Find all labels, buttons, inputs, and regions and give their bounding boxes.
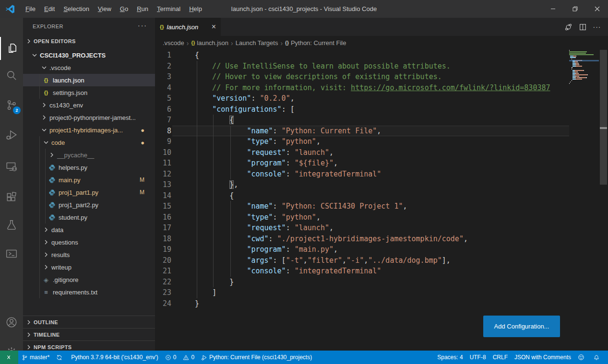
line-number-4[interactable]: 4 (155, 82, 171, 94)
menu-edit[interactable]: Edit (40, 0, 59, 18)
line-number-15[interactable]: 15 (155, 201, 171, 212)
tree-item-proj1-part1-py[interactable]: proj1_part1.pyM (23, 186, 155, 199)
sidebar-more-actions-icon[interactable]: ··· (138, 22, 147, 29)
code-line-24[interactable]: } (195, 298, 199, 309)
line-number-18[interactable]: 18 (155, 234, 171, 245)
status-branch[interactable]: master* (18, 351, 53, 364)
line-number-12[interactable]: 12 (155, 169, 171, 180)
section-npm-scripts[interactable]: NPM SCRIPTS (23, 341, 155, 351)
line-number-14[interactable]: 14 (155, 190, 171, 201)
tab-launch-json[interactable]: {} launch.json × (155, 18, 221, 36)
tree-item-proj1-part2-py[interactable]: proj1_part2.py (23, 199, 155, 211)
status-debug-config[interactable]: Python: Current File (csci1430_projects) (198, 351, 315, 364)
line-number-17[interactable]: 17 (155, 223, 171, 234)
status-sync[interactable] (53, 351, 68, 364)
menu-selection[interactable]: Selection (59, 0, 93, 18)
code-line-20[interactable]: "args": ["-t","filter","-i","../data/dog… (195, 255, 451, 266)
menu-run[interactable]: Run (132, 0, 153, 18)
restore-icon[interactable] (564, 0, 586, 18)
tree-item-student-py[interactable]: student.py (23, 211, 155, 223)
line-number-5[interactable]: 5 (155, 93, 171, 104)
code-line-7[interactable]: { (195, 115, 234, 126)
code-line-14[interactable]: { (195, 190, 234, 201)
code-line-10[interactable]: "request": "launch", (195, 147, 334, 158)
remote-indicator[interactable] (0, 351, 18, 364)
powershell-icon[interactable] (0, 242, 23, 265)
code-line-11[interactable]: "program": "${file}", (195, 158, 338, 169)
status-encoding[interactable]: UTF-8 (466, 351, 489, 364)
line-number-23[interactable]: 23 (155, 287, 171, 298)
split-editor-icon[interactable] (575, 18, 590, 36)
line-number-6[interactable]: 6 (155, 104, 171, 115)
status-notifications[interactable] (590, 351, 605, 364)
code-line-23[interactable]: ] (195, 287, 216, 298)
line-number-3[interactable]: 3 (155, 71, 171, 82)
testing-icon[interactable] (0, 213, 23, 236)
breadcrumb-vscode[interactable]: .vscode (163, 39, 184, 47)
line-number-24[interactable]: 24 (155, 298, 171, 309)
line-number-21[interactable]: 21 (155, 266, 171, 277)
tree-item-questions[interactable]: questions (23, 236, 155, 248)
tree-item-main-py[interactable]: main.pyM (23, 174, 155, 186)
tree-item-helpers-py[interactable]: helpers.py (23, 161, 155, 174)
menu-go[interactable]: Go (116, 0, 132, 18)
tree-item-results[interactable]: results (23, 248, 155, 261)
code-line-12[interactable]: "console": "integratedTerminal" (195, 169, 381, 180)
tree-item-settings-json[interactable]: {}settings.json (23, 86, 155, 99)
tree-item-writeup[interactable]: writeup (23, 261, 155, 273)
code-line-13[interactable]: }, (195, 179, 238, 190)
tree-item-vscode[interactable]: .vscode (23, 61, 155, 74)
scrollbar-thumb[interactable] (600, 50, 607, 185)
account-icon[interactable] (0, 311, 23, 334)
code-line-5[interactable]: "version": "0.2.0", (195, 93, 295, 104)
status-feedback[interactable] (574, 351, 590, 364)
section-outline[interactable]: OUTLINE (23, 316, 155, 328)
code-editor[interactable]: 123456789101112131415161718192021222324 … (155, 50, 608, 351)
minimize-icon[interactable] (542, 0, 564, 18)
breadcrumb-launch-json[interactable]: {}launch.json (191, 39, 228, 47)
status-warnings[interactable]: 0 (179, 351, 198, 364)
line-number-22[interactable]: 22 (155, 277, 171, 288)
menu-terminal[interactable]: Terminal (153, 0, 185, 18)
minimap[interactable] (569, 50, 599, 351)
status-errors[interactable]: 0 (162, 351, 180, 364)
code-line-19[interactable]: "program": "main.py", (195, 244, 338, 255)
line-number-19[interactable]: 19 (155, 244, 171, 255)
code-line-16[interactable]: "type": "python", (195, 212, 321, 223)
tree-item-gitignore[interactable]: ◈.gitignore (23, 273, 155, 286)
open-changes-icon[interactable] (561, 18, 575, 36)
tree-item-project0-pythonprimer-jamest[interactable]: project0-pythonprimer-jamest... (23, 111, 155, 124)
source-control-icon[interactable]: 2 (0, 94, 23, 117)
code-line-8[interactable]: "name": "Python: Current File", (195, 126, 381, 137)
code-line-21[interactable]: "console": "integratedTerminal" (195, 266, 381, 277)
status-language-mode[interactable]: JSON with Comments (511, 351, 574, 364)
breadcrumb-launch-targets[interactable]: Launch Targets (236, 39, 278, 47)
editor-more-actions-icon[interactable]: ··· (590, 18, 604, 36)
line-number-9[interactable]: 9 (155, 136, 171, 147)
search-icon[interactable] (0, 64, 23, 87)
tree-item-data[interactable]: data (23, 223, 155, 236)
code-line-22[interactable]: } (195, 277, 234, 288)
status-python-interpreter[interactable]: Python 3.7.9 64-bit ('cs1430_env') (68, 351, 161, 364)
tree-item-project1-hybridimages-ja[interactable]: project1-hybridimages-ja...● (23, 124, 155, 136)
line-number-2[interactable]: 2 (155, 61, 171, 72)
code-line-18[interactable]: "cwd": "./project1-hybridimages-jamestom… (195, 234, 468, 245)
tree-item-code[interactable]: code● (23, 136, 155, 149)
code-line-2[interactable]: // Use IntelliSense to learn about possi… (195, 61, 451, 72)
code-line-4[interactable]: // For more information, visit: https://… (195, 82, 550, 94)
line-number-7[interactable]: 7 (155, 115, 171, 126)
tree-item-launch-json[interactable]: {}launch.json (23, 74, 155, 86)
tree-item-pycache[interactable]: __pycache__ (23, 149, 155, 161)
tab-close-icon[interactable]: × (212, 23, 216, 31)
tree-item-cs1430-env[interactable]: cs1430_env (23, 99, 155, 111)
code-line-6[interactable]: "configurations": [ (195, 104, 295, 115)
line-number-10[interactable]: 10 (155, 147, 171, 158)
line-number-16[interactable]: 16 (155, 212, 171, 223)
explorer-icon[interactable] (0, 37, 23, 60)
code-line-15[interactable]: "name": "Python: CSCI1430 Project 1", (195, 201, 407, 212)
menu-file[interactable]: File (21, 0, 40, 18)
remote-explorer-icon[interactable] (0, 155, 23, 178)
section-timeline[interactable]: TIMELINE (23, 328, 155, 341)
line-number-1[interactable]: 1 (155, 50, 171, 61)
line-number-11[interactable]: 11 (155, 158, 171, 169)
